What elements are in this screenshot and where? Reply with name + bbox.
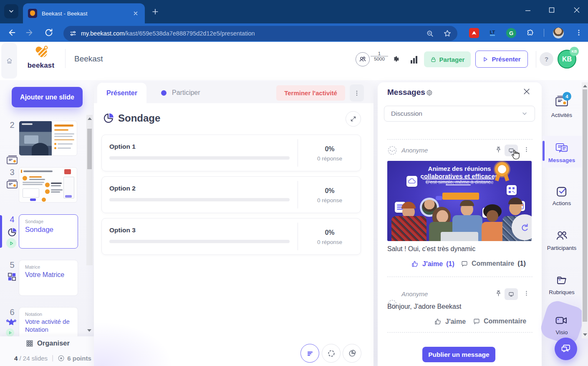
poll-option-card[interactable] (101, 176, 361, 213)
sidebar-scroll-down-icon[interactable] (87, 329, 91, 332)
back-button[interactable] (8, 28, 17, 37)
messages-title: Messages (387, 88, 425, 97)
thumb-up-icon (411, 260, 419, 268)
fullscreen-button[interactable] (346, 111, 361, 127)
message-text: Bonjour, J'adore Beekast (387, 303, 461, 310)
tab-presenter[interactable]: Présenter (97, 83, 146, 103)
new-tab-button[interactable] (151, 8, 159, 16)
present-button[interactable]: Présenter (475, 51, 528, 68)
participants-counter-icon[interactable] (356, 52, 370, 66)
pin-message-icon[interactable] (495, 146, 502, 153)
sidebar-item-participants[interactable]: Participants (542, 229, 582, 251)
browser-tab[interactable]: Beekast - Beekast (23, 3, 145, 23)
publish-message-button[interactable]: Publier un message (422, 347, 495, 362)
page-scrollbar-thumb[interactable] (583, 89, 587, 322)
chevron-down-icon (8, 8, 15, 15)
share-button[interactable]: Partager (424, 51, 471, 67)
tab-search-button[interactable] (4, 4, 18, 18)
message-menu-icon[interactable] (523, 290, 530, 297)
like-button[interactable]: J'aime (434, 318, 466, 325)
sidebar-item-activities[interactable]: 4 Activités (542, 95, 582, 118)
option-responses: 0 réponse (306, 239, 353, 245)
add-slide-button[interactable]: Ajouter une slide (12, 87, 83, 107)
activity-menu-button[interactable] (350, 84, 364, 102)
window-minimize-button[interactable] (525, 8, 531, 13)
extensions-puzzle-icon[interactable] (525, 28, 535, 38)
grammarly-extension-icon[interactable]: G (506, 28, 516, 38)
slide-5-number: 5 (7, 260, 18, 270)
tab-close-icon[interactable] (131, 10, 140, 17)
sidebar-item-visio[interactable]: Visio (542, 314, 582, 336)
settings-gear-icon[interactable] (392, 55, 400, 63)
option-percent: 0% (306, 145, 353, 153)
organize-button[interactable]: Organiser (26, 339, 70, 347)
header-divider-2 (536, 51, 536, 68)
decor (24, 135, 38, 144)
pin-message-icon[interactable] (495, 290, 502, 297)
sidebar-item-messages[interactable]: Messages (542, 142, 582, 163)
reload-button[interactable] (44, 28, 53, 37)
beekast-logo-text: beekast (24, 61, 58, 70)
beekast-logo-icon[interactable] (33, 45, 49, 61)
slide-5-card[interactable]: Matrice Votre Matrice (19, 260, 78, 296)
results-chart-icon[interactable] (411, 56, 417, 64)
languagetool-extension-icon[interactable]: LT (487, 28, 497, 38)
message-author: Anonyme (401, 147, 428, 154)
browser-menu-icon[interactable] (575, 28, 583, 37)
donut-view-button[interactable] (322, 344, 341, 363)
window-close-button[interactable] (573, 7, 580, 13)
help-button[interactable]: ? (540, 52, 553, 66)
slide-4-card[interactable]: Sondage Sondage (19, 214, 78, 249)
session-title[interactable]: Beekast (74, 54, 103, 64)
zoom-icon[interactable] (426, 30, 434, 38)
slide-title: Votre Matrice (25, 271, 72, 279)
message-author: Anonyme (401, 290, 428, 297)
message-image[interactable]: Animez des réunionscollaboratives et eff… (387, 161, 532, 241)
chat-bubbles-icon (560, 344, 571, 354)
cursor-hand (510, 149, 521, 161)
adobe-extension-icon[interactable] (469, 28, 479, 38)
messages-settings-icon[interactable] (426, 89, 433, 97)
poll-option-card[interactable] (101, 135, 361, 171)
end-activity-button[interactable]: Terminer l'activité (276, 85, 345, 101)
sidebar-item-actions[interactable]: Actions (542, 185, 582, 206)
url-bar[interactable]: my.beekast.com/kast/659e538da7e888795d2d… (63, 26, 457, 41)
poll-option-card[interactable] (101, 218, 361, 255)
decor (22, 123, 33, 125)
decor (54, 147, 56, 149)
slide-2-thumbnail[interactable] (19, 121, 77, 156)
option-percent: 0% (306, 187, 353, 195)
play-icon (9, 241, 14, 246)
message-menu-icon[interactable] (523, 146, 530, 153)
option-progress-track (109, 198, 290, 201)
slide-4-poll-icon (7, 227, 18, 238)
bookmark-star-icon[interactable] (443, 29, 452, 38)
actions-icon (555, 185, 568, 198)
messages-close-icon[interactable] (522, 87, 531, 96)
slide-6-card[interactable]: Notation Votre activité de Notation (19, 307, 78, 336)
page-scroll-up-icon[interactable] (583, 85, 587, 87)
display-on-screen-button[interactable] (505, 288, 518, 300)
like-button[interactable]: J'aime (1) (411, 260, 454, 268)
browser-profile-avatar[interactable] (553, 28, 564, 38)
page-scroll-down-icon[interactable] (583, 333, 587, 336)
comment-button[interactable]: Commentaire (1) (461, 260, 526, 267)
decor (23, 184, 43, 185)
option-progress-track (109, 240, 290, 243)
tab-participate[interactable]: Participer (172, 89, 200, 97)
window-maximize-button[interactable] (549, 7, 555, 13)
forward-button[interactable] (25, 28, 34, 37)
slide-category: Sondage (25, 219, 72, 224)
banner-cta-button (442, 193, 479, 200)
chat-fab-button[interactable] (555, 338, 577, 360)
decor (21, 170, 22, 173)
pie-view-button[interactable] (343, 344, 361, 363)
slide-3-thumbnail[interactable] (19, 167, 77, 203)
bar-view-button[interactable] (300, 344, 319, 363)
sidebar-scrollbar-thumb[interactable] (87, 129, 92, 169)
activity-title: Sondage (118, 112, 160, 124)
home-button[interactable] (1, 43, 17, 79)
discussion-filter-select[interactable]: Discussion (384, 106, 535, 122)
comment-button[interactable]: Commentaire (473, 318, 526, 325)
sidebar-scroll-up-icon[interactable] (88, 117, 92, 120)
